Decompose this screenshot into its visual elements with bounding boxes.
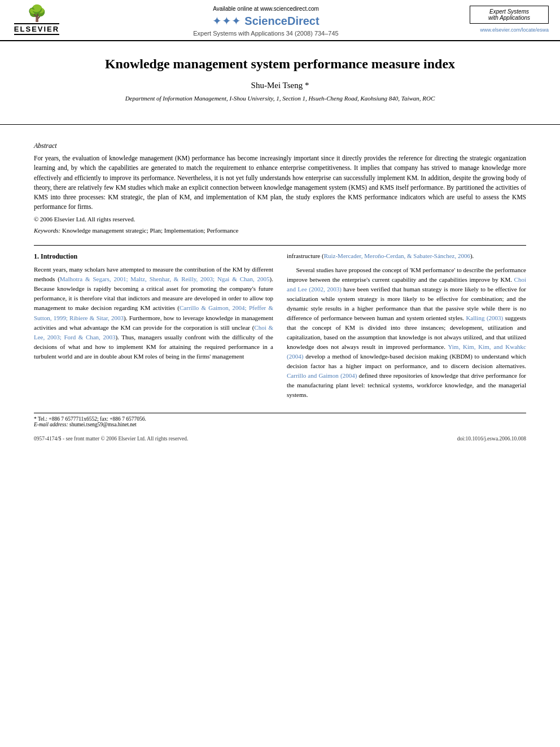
ref-carrillo: Carrillo & Gaimon, 2004; Pfeffer & Sutto… (34, 304, 273, 321)
title-section: Knowledge management system performance … (0, 41, 560, 119)
left-column: 1. Introduction Recent years, many schol… (34, 251, 273, 405)
issn-info: 0957-4174/$ - see front matter © 2006 El… (34, 436, 188, 442)
header-center: Available online at www.sciencedirect.co… (62, 6, 470, 37)
email-label: E-mail address: (34, 422, 68, 427)
intro-col2-p2: Several studies have proposed the concep… (287, 265, 526, 400)
elsevier-logo: 🌳 ELSEVIER (11, 6, 62, 35)
copyright-notice: © 2006 Elsevier Ltd. All rights reserved… (34, 216, 526, 222)
ref-choi-lee: Choi and Lee (2002, 2003) (287, 276, 526, 292)
elsevier-tree-icon: 🌳 (27, 6, 47, 21)
ref-ruiz: Ruiz-Mercader, Meroño-Cerdan, & Sabater-… (324, 252, 470, 259)
ref-malhotra: Malhotra & Segars, 2001; Maltz, Shenhar,… (60, 276, 270, 282)
author-affiliation: Department of Information Management, I-… (23, 95, 537, 102)
keywords-line: Keywords: Knowledge management strategic… (34, 227, 526, 234)
expert-systems-label: Expert Systems with Applications (470, 6, 549, 24)
sciencedirect-text: ScienceDirect (244, 15, 319, 28)
keywords-values: Knowledge management strategic; Plan; Im… (62, 227, 238, 234)
doi-info: doi:10.1016/j.eswa.2006.10.008 (457, 436, 526, 442)
paper-author: Shu-Mei Tseng * (23, 81, 537, 90)
sciencedirect-logo: ✦✦✦ ScienceDirect (73, 14, 458, 28)
main-content: Abstract For years, the evaluation of kn… (0, 130, 560, 453)
footnote-email: E-mail address: shumei.tseng59@msa.hinet… (34, 422, 526, 427)
keywords-label: Keywords: (34, 227, 60, 234)
footnote-tel: * Tel.: +886 7 6577711x6552; fax: +886 7… (34, 416, 526, 422)
ref-kalling: Kalling (2003) (466, 314, 503, 321)
body-columns: 1. Introduction Recent years, many schol… (34, 251, 526, 405)
intro-col2-p1: infrastructure (Ruiz-Mercader, Meroño-Ce… (287, 251, 526, 261)
intro-heading: 1. Introduction (34, 251, 273, 262)
website-url: www.elsevier.com/locate/eswa (470, 27, 549, 33)
abstract-divider (34, 245, 526, 246)
sd-dots-icon: ✦✦✦ (212, 14, 241, 28)
footnote-area: * Tel.: +886 7 6577711x6552; fax: +886 7… (34, 413, 526, 427)
right-column: infrastructure (Ruiz-Mercader, Meroño-Ce… (287, 251, 526, 405)
ref-choi: Choi & Lee, 2003; Ford & Chan, 2003 (34, 324, 273, 340)
email-address: shumei.tseng59@msa.hinet.net (69, 422, 137, 427)
abstract-section: Abstract For years, the evaluation of kn… (34, 136, 526, 239)
page-header: 🌳 ELSEVIER Available online at www.scien… (0, 0, 560, 41)
abstract-text: For years, the evaluation of knowledge m… (34, 154, 526, 212)
abstract-label: Abstract (34, 142, 526, 150)
page-footer: 0957-4174/$ - see front matter © 2006 El… (34, 436, 526, 442)
ref-carrillo2: Carrillo and Gaimon (2004) (287, 372, 357, 379)
title-divider (0, 124, 560, 125)
ref-yim: Yim, Kim, Kim, and Kwahkc (2004) (287, 343, 526, 360)
journal-branding: Expert Systems with Applications www.els… (470, 6, 549, 33)
journal-reference: Expert Systems with Applications 34 (200… (73, 30, 458, 37)
intro-col1-p1: Recent years, many scholars have attempt… (34, 265, 273, 361)
elsevier-label: ELSEVIER (14, 23, 59, 35)
available-online-text: Available online at www.sciencedirect.co… (73, 6, 458, 12)
paper-title: Knowledge management system performance … (23, 55, 537, 73)
